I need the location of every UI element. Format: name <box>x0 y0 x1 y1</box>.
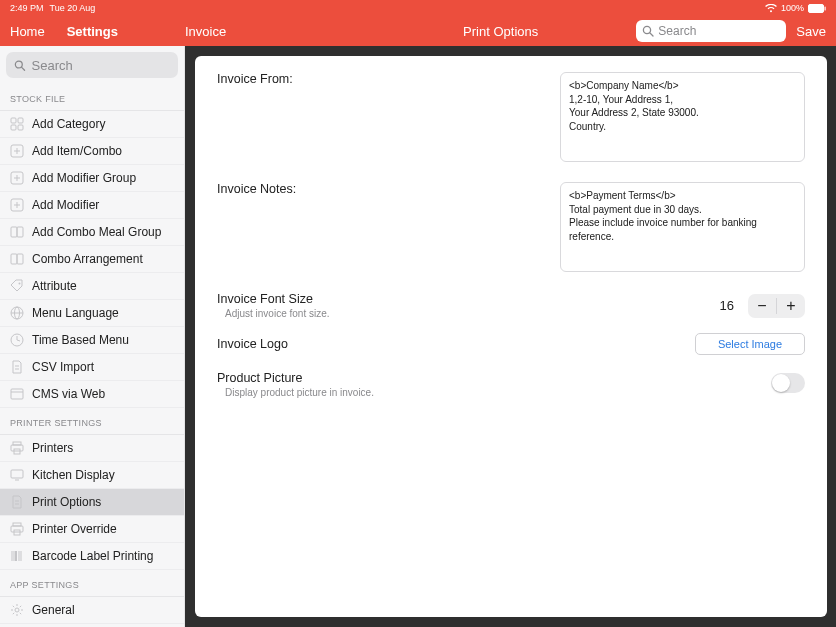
printer-icon <box>10 441 24 455</box>
svg-rect-1 <box>825 6 826 10</box>
sidebar-item-add-modifier[interactable]: Add Modifier <box>0 192 184 219</box>
search-icon <box>642 25 654 37</box>
svg-rect-22 <box>17 254 23 264</box>
svg-line-5 <box>22 67 25 70</box>
font-size-value: 16 <box>720 298 734 313</box>
doc-icon <box>10 495 24 509</box>
sidebar-item-add-category[interactable]: Add Category <box>0 111 184 138</box>
sidebar-item-cms-via-web[interactable]: CMS via Web <box>0 381 184 408</box>
select-image-button[interactable]: Select Image <box>695 333 805 355</box>
plus-box-icon <box>10 171 24 185</box>
sidebar-item-label: Combo Arrangement <box>32 252 143 266</box>
wifi-icon <box>765 4 777 13</box>
invoice-logo-label: Invoice Logo <box>217 337 695 351</box>
svg-point-4 <box>15 61 22 68</box>
doc-icon <box>10 360 24 374</box>
sidebar-search-input[interactable] <box>32 58 170 73</box>
svg-rect-21 <box>11 254 17 264</box>
globe-icon <box>10 306 24 320</box>
sidebar-item-menu-language[interactable]: Menu Language <box>0 300 184 327</box>
svg-rect-8 <box>11 125 16 130</box>
svg-rect-7 <box>18 118 23 123</box>
product-picture-label: Product Picture <box>217 371 771 385</box>
sidebar-search-wrap[interactable] <box>6 52 178 78</box>
sidebar-item-label: Add Combo Meal Group <box>32 225 161 239</box>
combo-icon <box>10 252 24 266</box>
nav-settings[interactable]: Settings <box>67 24 118 39</box>
battery-percent: 100% <box>781 3 804 13</box>
sidebar-item-general[interactable]: General <box>0 597 184 624</box>
invoice-from-label: Invoice From: <box>217 72 332 162</box>
section-header: PRINTER SETTINGS <box>0 408 184 435</box>
nav-home[interactable]: Home <box>10 24 45 39</box>
sidebar-item-time-based-menu[interactable]: Time Based Menu <box>0 327 184 354</box>
svg-point-47 <box>15 608 19 612</box>
font-size-label: Invoice Font Size <box>217 292 720 306</box>
search-icon <box>14 59 26 72</box>
sidebar-item-printers[interactable]: Printers <box>0 435 184 462</box>
status-date: Tue 20 Aug <box>50 3 96 13</box>
status-time: 2:49 PM <box>10 3 44 13</box>
sidebar: STOCK FILEAdd CategoryAdd Item/ComboAdd … <box>0 46 185 627</box>
plus-box-icon <box>10 198 24 212</box>
nav-search-wrap[interactable] <box>636 20 786 42</box>
barcode-icon <box>10 549 24 563</box>
svg-point-2 <box>644 26 651 33</box>
svg-rect-20 <box>17 227 23 237</box>
sidebar-item-attribute[interactable]: Attribute <box>0 273 184 300</box>
web-icon <box>10 387 24 401</box>
toggle-knob <box>772 374 790 392</box>
sidebar-item-csv-import[interactable]: CSV Import <box>0 354 184 381</box>
sidebar-item-label: Menu Language <box>32 306 119 320</box>
sidebar-item-label: Add Modifier Group <box>32 171 136 185</box>
sidebar-item-label: CMS via Web <box>32 387 105 401</box>
product-picture-sublabel: Display product picture in invoice. <box>225 387 771 398</box>
font-size-sublabel: Adjust invoice font size. <box>225 308 720 319</box>
nav-bar: Home Settings Invoice Print Options Save <box>0 16 836 46</box>
sidebar-item-kitchen-display[interactable]: Kitchen Display <box>0 462 184 489</box>
display-icon <box>10 468 24 482</box>
stepper-plus[interactable]: + <box>777 294 805 318</box>
svg-rect-35 <box>11 470 23 478</box>
sidebar-item-label: Time Based Menu <box>32 333 129 347</box>
printer-icon <box>10 522 24 536</box>
font-size-stepper: − + <box>748 294 805 318</box>
invoice-notes-textarea[interactable] <box>560 182 805 272</box>
sidebar-item-label: Add Category <box>32 117 105 131</box>
sidebar-item-barcode-label-printing[interactable]: Barcode Label Printing <box>0 543 184 570</box>
sidebar-item-combo-arrangement[interactable]: Combo Arrangement <box>0 246 184 273</box>
product-picture-toggle[interactable] <box>771 373 805 393</box>
main-area: Invoice From: Invoice Notes: Invoice Fon… <box>185 46 836 627</box>
invoice-from-textarea[interactable] <box>560 72 805 162</box>
svg-rect-40 <box>11 526 23 532</box>
sidebar-item-label: Kitchen Display <box>32 468 115 482</box>
page-title: Print Options <box>365 24 636 39</box>
status-bar: 2:49 PM Tue 20 Aug 100% <box>0 0 836 16</box>
gear-icon <box>10 603 24 617</box>
tag-icon <box>10 279 24 293</box>
category-icon <box>10 117 24 131</box>
svg-rect-6 <box>11 118 16 123</box>
invoice-notes-label: Invoice Notes: <box>217 182 332 272</box>
stepper-minus[interactable]: − <box>748 294 776 318</box>
svg-point-23 <box>19 283 21 285</box>
sidebar-item-add-item-combo[interactable]: Add Item/Combo <box>0 138 184 165</box>
sidebar-item-printer-override[interactable]: Printer Override <box>0 516 184 543</box>
sidebar-item-label: Printers <box>32 441 73 455</box>
battery-icon <box>808 4 826 13</box>
sidebar-item-label: Barcode Label Printing <box>32 549 153 563</box>
plus-box-icon <box>10 144 24 158</box>
save-button[interactable]: Save <box>796 24 826 39</box>
svg-rect-19 <box>11 227 17 237</box>
sidebar-item-label: Add Modifier <box>32 198 99 212</box>
combo-icon <box>10 225 24 239</box>
sidebar-item-print-options[interactable]: Print Options <box>0 489 184 516</box>
sidebar-item-label: Print Options <box>32 495 101 509</box>
sidebar-item-add-combo-meal-group[interactable]: Add Combo Meal Group <box>0 219 184 246</box>
breadcrumb[interactable]: Invoice <box>185 24 365 39</box>
sidebar-item-label: General <box>32 603 75 617</box>
sidebar-item-add-modifier-group[interactable]: Add Modifier Group <box>0 165 184 192</box>
sidebar-item-label: Printer Override <box>32 522 117 536</box>
nav-search-input[interactable] <box>658 24 780 38</box>
sidebar-item-label: Attribute <box>32 279 77 293</box>
